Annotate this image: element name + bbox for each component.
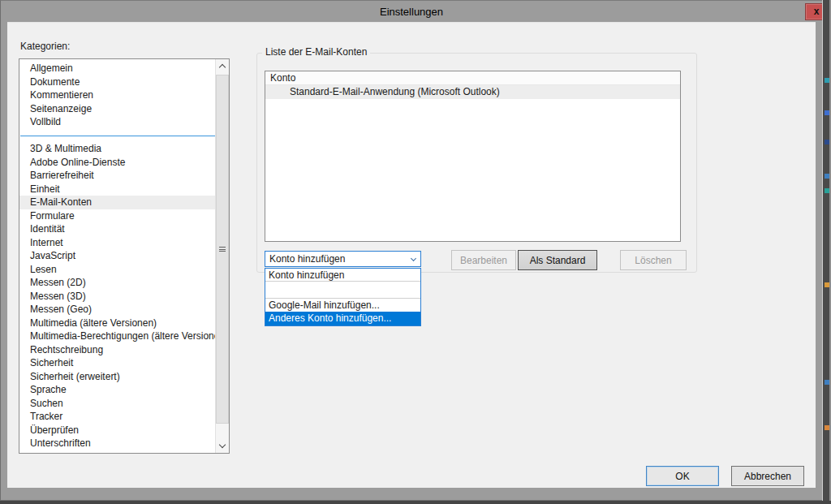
category-item[interactable]: Sicherheit — [19, 356, 215, 370]
screen-bottom-edge — [0, 501, 831, 504]
categories-scrollbar[interactable] — [215, 59, 229, 453]
category-item[interactable]: Kommentieren — [19, 88, 215, 102]
categories-list: AllgemeinDokumenteKommentierenSeitenanze… — [19, 59, 215, 453]
dropdown-option[interactable]: Google-Mail hinzufügen... — [265, 299, 420, 312]
dialog-title: Einstellungen — [380, 2, 443, 22]
dropdown-option[interactable]: Anderes Konto hinzufügen... — [265, 312, 420, 325]
preferences-dialog: Einstellungen x Kategorien: AllgemeinDok… — [0, 0, 822, 501]
dropdown-option-blank — [265, 282, 420, 299]
set-default-button[interactable]: Als Standard — [518, 250, 597, 270]
category-item[interactable]: Messen (2D) — [19, 276, 215, 290]
category-item[interactable]: Allgemein — [19, 62, 215, 75]
category-item[interactable]: Multimedia-Berechtigungen (ältere Versio… — [19, 330, 215, 343]
category-divider — [19, 129, 215, 143]
category-item[interactable]: E-Mail-Konten — [19, 196, 215, 209]
scroll-down-button[interactable] — [216, 439, 229, 453]
category-item[interactable]: Identität — [19, 222, 215, 236]
category-item[interactable]: Seitenanzeige — [19, 102, 215, 116]
category-item[interactable]: Barrierefreiheit — [19, 169, 215, 183]
delete-button: Löschen — [620, 250, 687, 270]
scrollbar-grip-icon — [219, 247, 226, 252]
add-account-combobox[interactable]: Konto hinzufügen — [265, 251, 421, 267]
combobox-value: Konto hinzufügen — [269, 253, 345, 265]
titlebar[interactable]: Einstellungen x — [1, 2, 822, 22]
scroll-up-button[interactable] — [216, 59, 229, 73]
category-item[interactable]: Tracker — [19, 410, 215, 424]
ok-button[interactable]: OK — [646, 466, 719, 486]
background-app-sliver — [822, 0, 831, 501]
category-item[interactable]: Sprache — [19, 383, 215, 397]
edit-button: Bearbeiten — [451, 250, 516, 270]
chevron-up-icon — [219, 64, 226, 71]
accounts-table-row[interactable]: Standard-E-Mail-Anwendung (Microsoft Out… — [265, 85, 680, 99]
category-item[interactable]: Internet — [19, 236, 215, 250]
combobox-chevron-down-icon[interactable] — [406, 252, 420, 266]
category-item[interactable]: Suchen — [19, 397, 215, 411]
category-item[interactable]: Überprüfen — [19, 424, 215, 437]
category-item[interactable]: Einheit — [19, 183, 215, 196]
cancel-button[interactable]: Abbrechen — [731, 466, 804, 486]
categories-listbox: AllgemeinDokumenteKommentierenSeitenanze… — [19, 58, 230, 454]
email-accounts-group-label: Liste der E-Mail-Konten — [262, 46, 370, 58]
scrollbar-thumb[interactable] — [216, 75, 229, 424]
accounts-table-header: Konto — [265, 71, 680, 85]
screen: Einstellungen x Kategorien: AllgemeinDok… — [0, 0, 831, 504]
category-item[interactable]: 3D & Multimedia — [19, 142, 215, 156]
category-item[interactable]: Adobe Online-Dienste — [19, 156, 215, 170]
category-item[interactable]: Messen (Geo) — [19, 303, 215, 317]
category-item[interactable]: Sicherheit (erweitert) — [19, 370, 215, 384]
category-item[interactable]: Updater — [19, 450, 215, 454]
add-account-dropdown: Konto hinzufügenGoogle-Mail hinzufügen..… — [265, 268, 421, 326]
category-item[interactable]: Messen (3D) — [19, 290, 215, 304]
close-icon: x — [814, 6, 820, 17]
category-item[interactable]: Formulare — [19, 209, 215, 223]
category-item[interactable]: Rechtschreibung — [19, 343, 215, 357]
dialog-content: Kategorien: AllgemeinDokumenteKommentier… — [7, 22, 816, 488]
dropdown-option[interactable]: Konto hinzufügen — [265, 269, 420, 282]
chevron-down-icon — [219, 442, 226, 448]
category-item[interactable]: JavaScript — [19, 249, 215, 263]
category-item[interactable]: Vollbild — [19, 115, 215, 129]
category-item[interactable]: Lesen — [19, 263, 215, 277]
categories-label: Kategorien: — [20, 41, 70, 52]
category-item[interactable]: Multimedia (ältere Versionen) — [19, 317, 215, 330]
accounts-table: Konto Standard-E-Mail-Anwendung (Microso… — [265, 71, 681, 242]
category-item[interactable]: Unterschriften — [19, 437, 215, 450]
category-item[interactable]: Dokumente — [19, 75, 215, 89]
